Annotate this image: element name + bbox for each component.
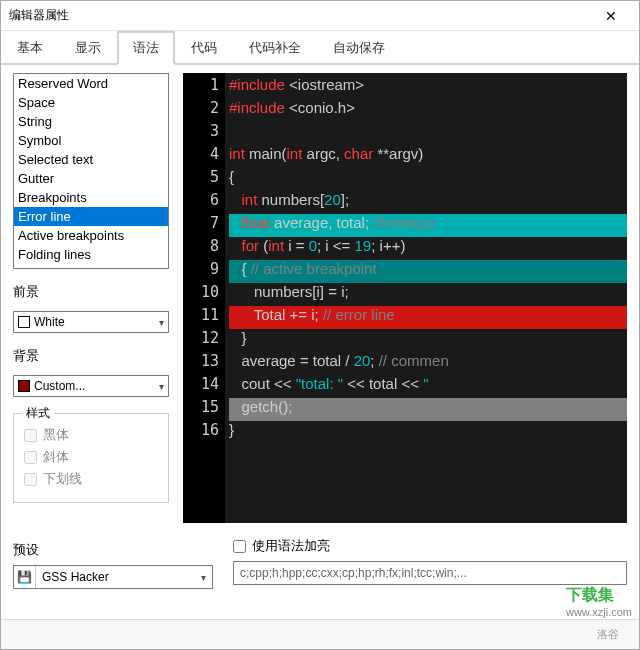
italic-label: 斜体 xyxy=(43,448,69,466)
style-group-label: 样式 xyxy=(22,405,54,422)
line-number: 15 xyxy=(183,398,225,416)
line-number: 12 xyxy=(183,329,225,347)
preset-label: 预设 xyxy=(13,541,213,559)
content-area: Reserved WordSpaceStringSymbolSelected t… xyxy=(1,65,639,619)
bold-checkbox[interactable] xyxy=(24,429,37,442)
preset-value: GSS Hacker xyxy=(36,570,194,584)
foreground-combo[interactable]: White ▾ xyxy=(13,311,169,333)
list-item[interactable]: Folding lines xyxy=(14,245,168,264)
background-label: 背景 xyxy=(13,347,169,365)
code-line: #include <iostream> xyxy=(229,76,627,94)
list-item[interactable]: Gutter xyxy=(14,169,168,188)
line-number: 7 xyxy=(183,214,225,232)
line-number: 5 xyxy=(183,168,225,186)
list-item[interactable]: String xyxy=(14,112,168,131)
line-number: 3 xyxy=(183,122,225,140)
save-preset-icon[interactable]: 💾 xyxy=(14,566,36,588)
line-number: 1 xyxy=(183,76,225,94)
tab-代码补全[interactable]: 代码补全 xyxy=(233,31,317,65)
underline-checkbox[interactable] xyxy=(24,473,37,486)
tab-显示[interactable]: 显示 xyxy=(59,31,117,65)
list-item[interactable]: Active breakpoints xyxy=(14,226,168,245)
underline-label: 下划线 xyxy=(43,470,82,488)
code-line: int numbers[20]; xyxy=(229,191,627,209)
close-icon[interactable]: ✕ xyxy=(591,8,631,24)
list-item[interactable]: Error line xyxy=(14,207,168,226)
chevron-down-icon: ▾ xyxy=(159,317,164,328)
code-line: getch(); xyxy=(229,398,627,416)
code-line: for (int i = 0; i <= 19; i++) xyxy=(229,237,627,255)
use-syntax-hl-checkbox[interactable] xyxy=(233,540,246,553)
code-line: { xyxy=(229,168,627,186)
list-item[interactable]: Symbol xyxy=(14,131,168,150)
foreground-swatch xyxy=(18,316,30,328)
button-bar: 洛谷 xyxy=(1,619,639,649)
line-number: 9 xyxy=(183,260,225,278)
code-line: cout << "total: " << total << " xyxy=(229,375,627,393)
code-line: int main(int argc, char **argv) xyxy=(229,145,627,163)
tab-bar: 基本显示语法代码代码补全自动保存 xyxy=(1,31,639,65)
use-syntax-hl-label: 使用语法加亮 xyxy=(252,537,330,555)
line-number: 2 xyxy=(183,99,225,117)
list-item[interactable]: Selected text xyxy=(14,150,168,169)
code-preview: 1#include <iostream>2#include <conio.h>3… xyxy=(183,73,627,523)
foreground-label: 前景 xyxy=(13,283,169,301)
extensions-input[interactable] xyxy=(233,561,627,585)
code-line: float average, total; //breakpo xyxy=(229,214,627,232)
line-number: 10 xyxy=(183,283,225,301)
background-swatch xyxy=(18,380,30,392)
list-item[interactable]: Space xyxy=(14,93,168,112)
editor-properties-window: 编辑器属性 ✕ 基本显示语法代码代码补全自动保存 Reserved WordSp… xyxy=(0,0,640,650)
tab-基本[interactable]: 基本 xyxy=(1,31,59,65)
code-line: } xyxy=(229,329,627,347)
background-value: Custom... xyxy=(34,379,159,393)
line-number: 6 xyxy=(183,191,225,209)
tab-语法[interactable]: 语法 xyxy=(117,31,175,65)
preset-combo[interactable]: 💾 GSS Hacker ▾ xyxy=(13,565,213,589)
line-number: 8 xyxy=(183,237,225,255)
window-title: 编辑器属性 xyxy=(9,7,591,24)
bold-label: 黑体 xyxy=(43,426,69,444)
signature: 洛谷 xyxy=(597,627,619,642)
list-item[interactable]: Breakpoints xyxy=(14,188,168,207)
code-line: average = total / 20; // commen xyxy=(229,352,627,370)
line-number: 14 xyxy=(183,375,225,393)
line-number: 13 xyxy=(183,352,225,370)
chevron-down-icon: ▾ xyxy=(159,381,164,392)
background-combo[interactable]: Custom... ▾ xyxy=(13,375,169,397)
line-number: 4 xyxy=(183,145,225,163)
tab-代码[interactable]: 代码 xyxy=(175,31,233,65)
tab-自动保存[interactable]: 自动保存 xyxy=(317,31,401,65)
code-line: #include <conio.h> xyxy=(229,99,627,117)
line-number: 16 xyxy=(183,421,225,439)
list-item[interactable]: Reserved Word xyxy=(14,74,168,93)
titlebar: 编辑器属性 ✕ xyxy=(1,1,639,31)
code-line: numbers[i] = i; xyxy=(229,283,627,301)
chevron-down-icon: ▾ xyxy=(194,572,212,583)
style-groupbox: 样式 黑体 斜体 下划线 xyxy=(13,413,169,503)
foreground-value: White xyxy=(34,315,159,329)
line-number: 11 xyxy=(183,306,225,324)
syntax-item-list[interactable]: Reserved WordSpaceStringSymbolSelected t… xyxy=(13,73,169,269)
code-line: Total += i; // error line xyxy=(229,306,627,324)
code-line: } xyxy=(229,421,627,439)
code-line: { // active breakpoint xyxy=(229,260,627,278)
italic-checkbox[interactable] xyxy=(24,451,37,464)
